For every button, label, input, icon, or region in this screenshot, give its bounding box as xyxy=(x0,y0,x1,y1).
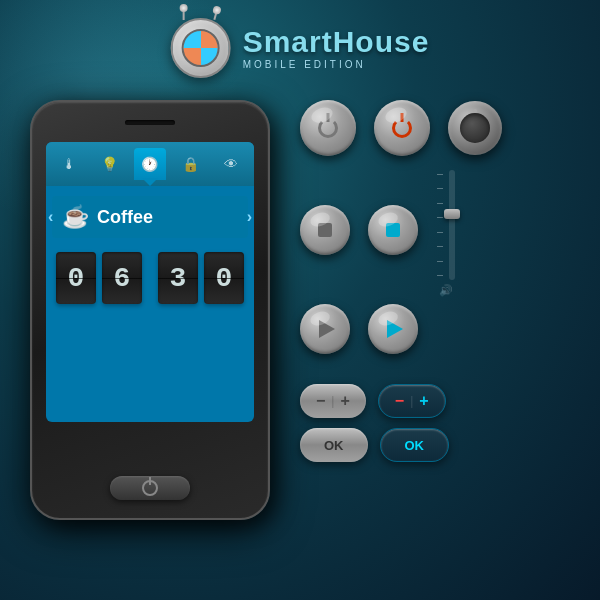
nav-eye[interactable]: 👁 xyxy=(215,148,247,180)
play-active-button[interactable] xyxy=(368,304,418,354)
controls-top: 🔊 xyxy=(300,100,560,368)
brand-name-part1: Smart xyxy=(243,25,333,58)
power-off-button[interactable] xyxy=(300,100,356,156)
volume-slider-container: 🔊 xyxy=(436,170,456,290)
minus-icon-2: − xyxy=(395,392,404,410)
ok-label-1: OK xyxy=(324,438,344,453)
clock-h2: 6 xyxy=(102,252,142,304)
coffee-display: ‹ ☕ Coffee › xyxy=(52,196,248,238)
stop-icon xyxy=(318,223,332,237)
slider-thumb[interactable] xyxy=(444,209,460,219)
coffee-next-arrow[interactable]: › xyxy=(247,208,252,226)
phone-speaker xyxy=(125,120,175,125)
play-button[interactable] xyxy=(300,304,350,354)
volume-knob[interactable] xyxy=(448,101,502,155)
slider-track xyxy=(449,170,455,280)
bottom-controls: − | + − | + OK OK xyxy=(300,384,560,462)
stop-active-icon xyxy=(386,223,400,237)
btn-row-1 xyxy=(300,100,502,156)
ok-button-2[interactable]: OK xyxy=(380,428,450,462)
ok-button-1[interactable]: OK xyxy=(300,428,368,462)
clock-m2: 0 xyxy=(204,252,244,304)
stop-active-button[interactable] xyxy=(368,205,418,255)
logo-inner xyxy=(182,29,220,67)
slider-mark xyxy=(437,203,443,204)
clock-h1: 0 xyxy=(56,252,96,304)
logo-antenna-right xyxy=(213,10,218,20)
divider-2: | xyxy=(410,394,413,408)
coffee-icon: ☕ xyxy=(62,204,89,230)
slider-mark xyxy=(437,232,443,233)
right-panel: 🔊 − | + − | + xyxy=(300,100,560,462)
clock-m1: 3 xyxy=(158,252,198,304)
stop-button[interactable] xyxy=(300,205,350,255)
brand-name-part2: House xyxy=(333,25,430,58)
nav-thermometer[interactable]: 🌡 xyxy=(53,148,85,180)
play-active-icon xyxy=(387,320,403,338)
power-on-button[interactable] xyxy=(374,100,430,156)
plus-icon-2: + xyxy=(419,392,428,410)
btn-row-2: 🔊 xyxy=(300,170,502,290)
play-icon xyxy=(319,320,335,338)
header: SmartHouse MOBILE EDITION xyxy=(171,18,430,78)
ok-label-2: OK xyxy=(405,438,425,453)
buttons-col: 🔊 xyxy=(300,100,502,368)
logo-circle xyxy=(171,18,231,78)
slider-mark xyxy=(437,188,443,189)
phone-nav: 🌡 💡 🕐 🔒 👁 xyxy=(46,142,254,186)
minus-icon-1: − xyxy=(316,392,325,410)
nav-clock-active[interactable]: 🕐 xyxy=(134,148,166,180)
slider-mark xyxy=(437,261,443,262)
power-off-icon xyxy=(318,118,338,138)
brand-text: SmartHouse MOBILE EDITION xyxy=(243,27,430,70)
slider-mark xyxy=(437,275,443,276)
clock-area: 0 6 3 0 xyxy=(46,244,254,312)
brand-subtitle: MOBILE EDITION xyxy=(243,59,430,70)
brand-name: SmartHouse xyxy=(243,27,430,57)
power-on-icon xyxy=(392,118,412,138)
btn-row-3 xyxy=(300,304,502,354)
divider-1: | xyxy=(331,394,334,408)
slider-mark xyxy=(437,217,443,218)
phone-screen: 🌡 💡 🕐 🔒 👁 ‹ ☕ Coffee › 0 6 xyxy=(46,142,254,422)
phone-body: 🌡 💡 🕐 🔒 👁 ‹ ☕ Coffee › 0 6 xyxy=(30,100,270,520)
slider-mark xyxy=(437,246,443,247)
phone-container: 🌡 💡 🕐 🔒 👁 ‹ ☕ Coffee › 0 6 xyxy=(30,100,270,520)
nav-lightbulb[interactable]: 💡 xyxy=(94,148,126,180)
slider-mark xyxy=(437,174,443,175)
logo-antenna-left xyxy=(183,8,185,20)
minus-plus-button-1[interactable]: − | + xyxy=(300,384,366,418)
knob-inner xyxy=(460,113,490,143)
minus-plus-button-2[interactable]: − | + xyxy=(378,384,446,418)
power-symbol xyxy=(142,480,158,496)
nav-lock[interactable]: 🔒 xyxy=(174,148,206,180)
bottom-row-2: OK OK xyxy=(300,428,560,462)
logo xyxy=(171,18,231,78)
bottom-row-1: − | + − | + xyxy=(300,384,560,418)
plus-icon-1: + xyxy=(340,392,349,410)
coffee-prev-arrow[interactable]: ‹ xyxy=(48,208,53,226)
volume-icon: 🔊 xyxy=(439,284,453,297)
phone-power-button[interactable] xyxy=(110,476,190,500)
coffee-label: Coffee xyxy=(97,207,153,228)
knob-dot xyxy=(473,109,477,113)
